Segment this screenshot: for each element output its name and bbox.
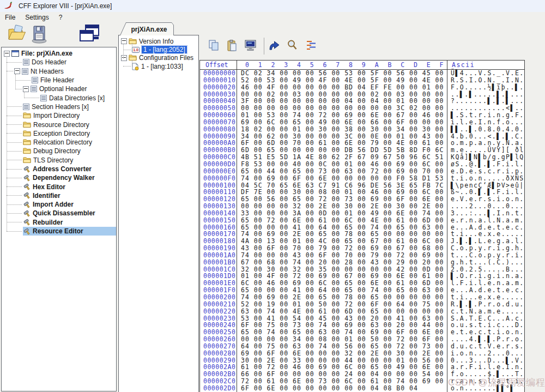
- tree-item-exception-directory[interactable]: Exception Directory: [2, 129, 116, 138]
- hex-ascii-row[interactable]: i.o.n...2...0...: [447, 350, 524, 357]
- folder-icon: [23, 112, 31, 119]
- hex-ascii-row[interactable]: t...C.o.p.y.r.i.: [447, 252, 524, 259]
- hex-ascii-column[interactable]: Ascii Ü▌4...V.S._.V.E.R.S.I.O.N._.I.N.F.…: [447, 61, 524, 392]
- search-button[interactable]: [287, 39, 300, 53]
- hex-ascii-row[interactable]: F.O.....½▌ïþ..▌.: [447, 84, 524, 91]
- tree-item-data-directories-x[interactable]: Data Directories [x]: [2, 93, 116, 102]
- collapse-expander[interactable]: [4, 51, 10, 57]
- hex-ascii-row[interactable]: e.D.e.s.c.r.i.p.: [447, 168, 524, 175]
- hex-ascii-row[interactable]: R.S.I.O.N._.I.N.: [447, 77, 524, 84]
- screen-export-icon: [244, 39, 257, 52]
- tree-item-file-prjxian-exe[interactable]: File: prjXiAn.exe: [2, 49, 116, 58]
- hex-bytes-row[interactable]: 74 00 69 00 6F 00 6E 00 00 00 00 00 F0 5…: [237, 175, 447, 182]
- goto-arrow-icon: [268, 40, 281, 51]
- open-file-button[interactable]: [7, 24, 28, 44]
- hex-bytes-row[interactable]: 6F 00 6E 00 00 00 00 00 00 00 04 08 B0 0…: [237, 385, 447, 392]
- tree-item-relocation-directory[interactable]: Relocation Directory: [2, 138, 116, 147]
- hex-ascii-row[interactable]: ....4.▌.▌.P.r.o.: [447, 336, 524, 343]
- copy-button[interactable]: [208, 39, 222, 53]
- hex-bytes-row[interactable]: 69 00 6F 00 6E 00 00 00 32 00 2E 00 30 0…: [237, 350, 447, 357]
- tree-item-dependency-walker[interactable]: Dependency Walker: [2, 173, 116, 182]
- hex-bytes-row[interactable]: 64 00 75 00 63 00 74 00 56 00 65 00 72 0…: [237, 343, 447, 350]
- hex-bytes-row[interactable]: 18 02 00 00 01 00 30 00 38 00 30 00 34 0…: [237, 126, 447, 133]
- hex-bytes-row[interactable]: 01 00 53 00 74 00 72 00 69 00 6E 00 67 0…: [237, 112, 447, 119]
- hex-bytes-column[interactable]: 0 1 2 3 4 5 6 7 8 9 A B C D E F DC 02 34…: [237, 61, 447, 392]
- hex-bytes-row[interactable]: 52 00 53 00 49 00 4F 00 4E 00 5F 00 49 0…: [237, 77, 447, 84]
- tree-item-resource-editor[interactable]: Resource Editor: [2, 227, 116, 236]
- tree-item-tls-directory[interactable]: TLS Directory: [2, 156, 116, 165]
- screen-export-button[interactable]: [244, 39, 259, 53]
- menu-help[interactable]: ?: [54, 13, 68, 22]
- hex-bytes-row[interactable]: 74 00 00 00 43 00 6F 00 70 00 79 00 72 0…: [237, 252, 447, 259]
- tree-connector-line: [132, 60, 132, 67]
- hex-offset: 00000200: [200, 294, 237, 301]
- tree-item-section-headers-x[interactable]: Section Headers [x]: [2, 102, 116, 111]
- hex-bytes-row[interactable]: 52 00 19 00 01 00 50 00 72 00 6F 00 64 0…: [237, 301, 447, 308]
- hex-ascii-row[interactable]: øS..@.▌.▌.F.i.l.: [447, 161, 524, 168]
- hex-bytes-row[interactable]: 43 00 6F 00 70 00 79 00 72 00 69 00 67 0…: [237, 245, 447, 252]
- tree-item-resource-directory[interactable]: Resource Directory: [2, 120, 116, 129]
- tree-item-debug-directory[interactable]: Debug Directory: [2, 147, 116, 155]
- hex-bytes-row[interactable]: 74 00 69 00 2E 00 65 00 78 00 65 00 00 0…: [237, 294, 447, 301]
- menu-file[interactable]: File: [0, 13, 20, 22]
- collapse-expander[interactable]: [121, 38, 127, 44]
- collapse-expander[interactable]: [14, 68, 20, 74]
- hex-bytes-row[interactable]: 00 00 00 00 34 00 08 00 01 00 50 00 72 0…: [237, 336, 447, 343]
- hex-ascii-row[interactable]: C.o.p.y.r.i.g.h.: [447, 245, 524, 252]
- tree-item-1-lang-1033[interactable]: 1 - [lang:1033]: [119, 62, 198, 70]
- hex-ascii-row[interactable]: t.i.o.n.....ðXÑS: [447, 175, 524, 182]
- hex-ascii-row[interactable]: c.t.N.a.m.e.....: [447, 308, 524, 315]
- hex-bytes-row[interactable]: 46 00 4F 00 00 00 00 00 BD 04 EF FE 00 0…: [237, 84, 447, 91]
- hex-bytes-row[interactable]: F8 53 00 00 40 00 0C 00 01 00 46 00 69 0…: [237, 161, 447, 168]
- save-file-button[interactable]: [31, 25, 51, 45]
- tree-item-label: Optional Header: [39, 85, 88, 93]
- tree-item-address-converter[interactable]: Address Converter: [2, 165, 116, 173]
- hex-bytes-row[interactable]: 69 00 6C 00 65 00 49 00 6E 00 66 00 6F 0…: [237, 119, 447, 126]
- goto-arrow-button[interactable]: [268, 40, 283, 53]
- tree-item-nt-headers[interactable]: Nt Headers: [2, 67, 116, 76]
- tree-item-file-header[interactable]: File Header: [2, 76, 116, 85]
- collapse-expander[interactable]: [121, 55, 127, 61]
- tree-item-import-adder[interactable]: Import Adder: [2, 200, 116, 209]
- cascade-windows-button[interactable]: [78, 23, 102, 47]
- fields-button[interactable]: [306, 39, 319, 52]
- hex-ascii-row[interactable]: g.h.t...(.C.)...: [447, 259, 524, 266]
- tree-connector-line: [15, 74, 16, 89]
- hex-bytes-row[interactable]: DC 02 34 00 00 00 56 00 53 00 5F 00 56 0…: [237, 70, 447, 77]
- paste-button[interactable]: [226, 39, 240, 53]
- tree-item-optional-header[interactable]: Optional Header: [2, 85, 116, 93]
- hex-bytes-row[interactable]: 33 00 00 00 3A 00 0D 00 01 00 49 00 6E 0…: [237, 210, 447, 217]
- tree-item-label: Address Converter: [33, 165, 93, 173]
- hex-bytes-row[interactable]: 67 00 68 00 74 00 20 00 28 00 43 00 29 0…: [237, 259, 447, 266]
- hex-ascii-row[interactable]: 3...:...▌.I.n.t.: [447, 210, 524, 217]
- hex-ascii-row[interactable]: ▌.S.t.r.i.n.g.F.: [447, 112, 524, 119]
- hex-ascii-row[interactable]: i.l.e.I.n.f.o...: [447, 119, 524, 126]
- tree-item-configuration-files[interactable]: Configuration Files: [119, 54, 198, 62]
- tree-item-label: Debug Directory: [33, 147, 82, 155]
- hex-ascii-row[interactable]: t.i...e.x.e.....: [447, 294, 524, 301]
- tree-item-import-directory[interactable]: Import Directory: [2, 111, 116, 120]
- tree-connector: [7, 231, 22, 232]
- tree-item-quick-disassembler[interactable]: Quick Disassembler: [2, 209, 116, 218]
- tree-item-label: Nt Headers: [31, 68, 65, 75]
- hex-bytes-row[interactable]: 63 00 74 00 4E 00 61 00 6D 00 65 00 00 0…: [237, 308, 447, 315]
- hex-bytes-row[interactable]: 65 00 44 00 65 00 73 00 63 00 72 00 69 0…: [237, 168, 447, 175]
- hex-ascii-row[interactable]: e.r.n.a.l.N.a.m.: [447, 217, 524, 224]
- hex-ascii-row[interactable]: o.n.......▌▌°▌: [447, 385, 524, 392]
- tree-item-dos-header[interactable]: Dos Header: [2, 58, 116, 67]
- copy-icon: [208, 39, 220, 52]
- hex-bytes-row[interactable]: 65 00 72 00 6E 00 61 00 6C 00 4E 00 61 0…: [237, 217, 447, 224]
- tree-item-1-lang-2052[interactable]: 1.01 - [lang:2052]: [119, 45, 198, 53]
- tree-item-hex-editor[interactable]: Hex Editor: [2, 182, 116, 191]
- hex-ascii-row[interactable]: ▌▌..▌.0.8.0.4.0.: [447, 126, 524, 133]
- tree-item-rebuilder[interactable]: Rebuilder: [2, 218, 116, 227]
- hex-ascii-row[interactable]: R.▌.▌.P.r.o.d.u.: [447, 301, 524, 308]
- hex-ascii-row[interactable]: Ü▌4...V.S._.V.E.: [447, 70, 524, 77]
- menu-settings[interactable]: Settings: [20, 13, 53, 22]
- hex-bytes-row[interactable]: 00 00 00 00 32 00 2E 00 30 00 2E 00 30 0…: [237, 203, 447, 210]
- hex-ascii-row[interactable]: d.u.c.t.V.e.r.s.: [447, 343, 524, 350]
- document-tab[interactable]: prjXiAn.exe: [120, 22, 174, 35]
- hex-ascii-row[interactable]: ....2...0...0...: [447, 203, 524, 210]
- tree-item-identifier[interactable]: Identifier: [2, 191, 116, 200]
- tree-item-version-info[interactable]: Version Info: [119, 37, 198, 45]
